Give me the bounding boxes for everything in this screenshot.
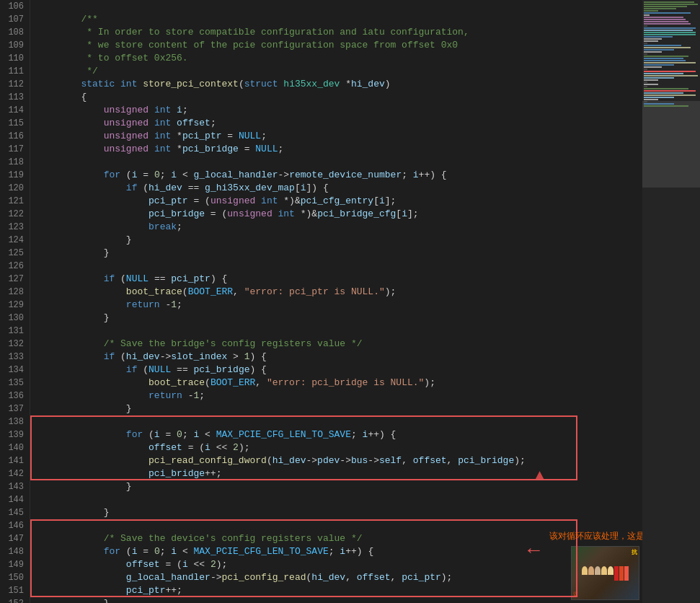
code-line-144: } — [36, 493, 642, 506]
code-line-145 — [36, 506, 642, 519]
code-line-110: */ — [36, 52, 642, 65]
protest-image: 抗 议 — [571, 546, 639, 600]
code-line-124: } — [36, 234, 642, 247]
code-line-134: boot_trace(BOOT_ERR, "error: pci_bridge … — [36, 364, 642, 377]
code-line-128: return -1; — [36, 286, 642, 299]
code-container: 106 107 108 109 110 111 112 113 114 115 … — [0, 0, 700, 603]
code-line-113: unsigned int i; — [36, 91, 642, 104]
code-line-127: boot_trace(BOOT_ERR, "error: pci_ptr is … — [36, 273, 642, 286]
code-line-114: unsigned int offset; — [36, 104, 642, 117]
upward-arrow: ▲ — [535, 467, 544, 485]
code-line-115: unsigned int *pci_ptr = NULL; — [36, 117, 642, 130]
code-line-108: * we store content of the pcie configura… — [36, 26, 642, 39]
code-line-148: offset = (i << 2); — [36, 545, 642, 558]
editor-area: 106 107 108 109 110 111 112 113 114 115 … — [0, 0, 700, 603]
code-line-122: break; — [36, 208, 642, 221]
code-line-118: for (i = 0; i < g_local_handler->remote_… — [36, 156, 642, 169]
code-line-136: } — [36, 389, 642, 402]
code-line-133: if (NULL == pci_bridge) { — [36, 351, 642, 364]
code-line-116: unsigned int *pci_bridge = NULL; — [36, 130, 642, 143]
code-line-140: pci_read_config_dword(hi_dev->pdev->bus-… — [36, 441, 642, 454]
code-line-106: /** — [36, 0, 642, 13]
code-line-129: } — [36, 299, 642, 312]
code-line-119: if (hi_dev == g_hi35xx_dev_map[i]) { — [36, 169, 642, 182]
chinese-annotation: 该对循环应该处理，这是否是错误 — [549, 530, 642, 542]
arrow-annotation: ← — [528, 540, 540, 562]
code-line-149: g_local_handler->pci_config_read(hi_dev,… — [36, 558, 642, 571]
code-line-150: pci_ptr++; — [36, 571, 642, 584]
minimap-viewport — [642, 101, 700, 188]
code-line-143 — [36, 480, 642, 493]
code-line-138: for (i = 0; i < MAX_PCIE_CFG_LEN_TO_SAVE… — [36, 415, 642, 428]
code-line-131: /* Save the bridge's config registers va… — [36, 325, 642, 338]
code-line-123: } — [36, 221, 642, 234]
minimap-code — [642, 0, 700, 109]
minimap[interactable] — [642, 0, 700, 603]
code-line-125 — [36, 247, 642, 260]
code-line-112: { — [36, 78, 642, 91]
code-line-151: } — [36, 584, 642, 597]
code-line-120: pci_ptr = (unsigned int *)&pci_cfg_entry… — [36, 182, 642, 195]
code-line-137 — [36, 402, 642, 415]
line-numbers: 106 107 108 109 110 111 112 113 114 115 … — [0, 0, 30, 603]
code-line-139: offset = (i << 2); — [36, 428, 642, 441]
code-line-111: static int store_pci_context(struct hi35… — [36, 65, 642, 78]
code-line-141: pci_bridge++; — [36, 454, 642, 467]
code-line-117 — [36, 143, 642, 156]
code-line-107: * In order to store compatible configura… — [36, 13, 642, 26]
code-line-132: if (hi_dev->slot_index > 1) { — [36, 338, 642, 351]
code-line-135: return -1; — [36, 377, 642, 389]
code-line-126: if (NULL == pci_ptr) { — [36, 260, 642, 273]
code-line-109: * to offset 0x256. — [36, 39, 642, 52]
code-line-130 — [36, 312, 642, 325]
code-line-142: } — [36, 467, 642, 480]
code-line-152 — [36, 597, 642, 603]
code-line-121: pci_bridge = (unsigned int *)&pci_bridge… — [36, 195, 642, 208]
code-lines: /** * In order to store compatible confi… — [30, 0, 642, 603]
